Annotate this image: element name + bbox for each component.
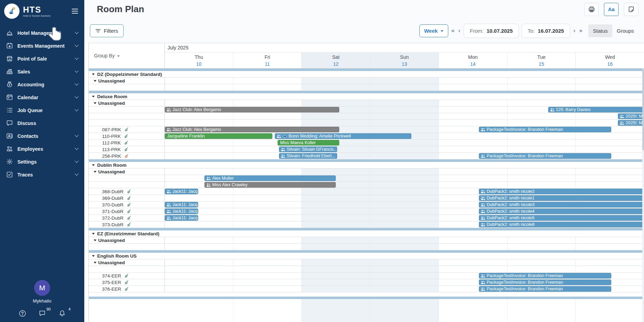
booking-bar[interactable]: Jazz Club: Alex Bergamo <box>165 127 339 132</box>
booking-bar[interactable]: Bonn Wedding: Amelie Prickwell <box>275 133 411 139</box>
booking-bar[interactable]: Miss Alex Crawley <box>204 182 336 188</box>
booking-bar[interactable]: DubPack2: smith nicole5 <box>479 215 644 221</box>
collapse-arrow-icon <box>92 73 95 75</box>
booking-bar[interactable]: 2025!: Mis <box>618 120 644 126</box>
filters-button[interactable]: Filters <box>90 24 124 37</box>
notifications-bell-icon[interactable]: 4 <box>59 310 66 319</box>
font-size-button[interactable]: Aa <box>604 3 619 16</box>
room-label[interactable]: 370-DubR <box>89 202 165 208</box>
booking-bar[interactable]: DubPack2: smith nicole3 <box>479 202 644 207</box>
room-label[interactable]: 369-DubR <box>89 195 165 201</box>
room-label[interactable]: 112-PRK <box>89 140 165 146</box>
booking-bar[interactable]: Jack11: Jacq <box>165 209 198 214</box>
prev-fast-button[interactable]: « <box>451 27 455 34</box>
booking-bar[interactable]: PackageTestInvoice: Brandon Freeman <box>479 153 611 159</box>
booking-bar[interactable]: Jack11: Jacq <box>165 202 198 207</box>
group-row[interactable]: Deluxe Room <box>89 93 644 100</box>
next-fast-button[interactable]: » <box>579 27 583 34</box>
sidebar-item-accounting[interactable]: $Accounting <box>0 78 84 91</box>
booking-bar[interactable]: Jack11: Jacq <box>165 189 198 194</box>
subgroup-label[interactable]: Unassigned <box>89 237 165 243</box>
subgroup-label[interactable]: Unassigned <box>89 259 165 266</box>
booking-bar[interactable]: Silvain: Friedhold Eberl... <box>279 153 337 159</box>
avatar[interactable]: M <box>34 280 50 296</box>
room-label[interactable]: 368-DubR <box>89 188 165 195</box>
to-date-field[interactable]: To: 16.07.2025 <box>521 24 570 38</box>
sidebar-item-job-queue[interactable]: Job Queue <box>0 104 84 117</box>
sidebar-item-events-management[interactable]: Events Management <box>0 39 84 52</box>
booking-bar[interactable]: PackageTestInvoice: Brandon Freeman <box>479 127 611 132</box>
from-date-field[interactable]: From: 10.07.2025 <box>464 24 519 38</box>
booking-bar[interactable]: Jazz Club: Alex Bergamo <box>165 107 339 112</box>
room-label[interactable]: 087-PRK <box>89 126 165 133</box>
room-label[interactable]: 371-DubR <box>89 208 165 214</box>
day-header-cell: Fri11 <box>233 53 302 68</box>
prev-button[interactable]: ‹ <box>458 27 461 34</box>
booking-bar[interactable]: DubPack2: smith nicole2 <box>479 189 644 194</box>
room-name: 256-PRK <box>89 154 121 159</box>
room-label[interactable]: 113-PRK <box>89 146 165 152</box>
subgroup-label[interactable]: Unassigned <box>89 78 165 84</box>
group-by-dropdown[interactable]: Group By <box>89 43 165 68</box>
booking-bar[interactable]: PackageTestInvoice: Brandon Freeman <box>479 286 611 292</box>
room-label[interactable]: 373-DubR <box>89 221 165 228</box>
booking-bar[interactable]: DubPack2: smith nicole6 <box>479 222 644 227</box>
subgroup-label[interactable]: Unassigned <box>89 100 165 106</box>
booking-bar[interactable]: Silvain: Silvain GFrancis... <box>279 147 337 152</box>
grid-header: Group By July 2025 Thu10Fri11Sat12Sun13M… <box>88 43 644 69</box>
booking-bar[interactable]: DubPack2: smith nicole1 <box>479 195 644 201</box>
booking-bar[interactable]: Jack11: Jacq <box>165 215 198 221</box>
group-row[interactable]: EZ (Einzelzimmer Standard) <box>89 230 644 237</box>
group-separator <box>89 228 644 230</box>
room-label[interactable]: 372-DubR <box>89 215 165 221</box>
sidebar-item-discuss[interactable]: Discuss <box>0 117 84 129</box>
print-button[interactable] <box>584 3 599 16</box>
vertical-scrollbar[interactable] <box>642 69 644 322</box>
sidebar-item-settings[interactable]: Settings <box>0 155 84 168</box>
hamburger-menu-icon[interactable] <box>71 7 79 16</box>
group-name: EZ (Einzelzimmer Standard) <box>97 231 160 236</box>
hts-logo[interactable] <box>4 3 20 19</box>
messages-icon[interactable]: 90 <box>39 310 46 319</box>
booking-bar[interactable]: Jacqueline Franklin <box>165 133 272 139</box>
sidebar-item-calendar[interactable]: Calendar <box>0 91 84 104</box>
subgroup-row: Unassigned <box>89 78 644 84</box>
room-label[interactable]: 376-EER <box>89 286 165 292</box>
lane-row <box>89 266 644 273</box>
notes-button[interactable] <box>624 3 638 16</box>
row-timeline: Jack11: JacqDubPack2: smith nicole4 <box>165 208 644 214</box>
next-button[interactable]: › <box>573 27 576 34</box>
range-scale-button[interactable]: Week <box>419 24 448 37</box>
room-name: 370-DubR <box>89 202 124 207</box>
sidebar-item-sales[interactable]: Sales <box>0 65 84 78</box>
booking-bar[interactable]: 2025!: Mis <box>618 113 644 119</box>
booking-bar[interactable]: PackageTestInvoice: Brandon Freeman <box>479 273 611 278</box>
sidebar-item-point-of-sale[interactable]: Point of Sale <box>0 52 84 65</box>
booking-bar[interactable]: Alex Muller <box>204 175 336 181</box>
room-label[interactable]: 374-EER <box>89 273 165 279</box>
scrollbar-thumb[interactable] <box>642 69 644 150</box>
sidebar-item-contacts[interactable]: Contacts <box>0 129 84 142</box>
group-row[interactable]: DZ (Doppelzimmer Standard) <box>89 71 644 78</box>
help-icon[interactable] <box>19 310 26 319</box>
booking-bar[interactable]: 125: Barry Davies <box>548 107 644 112</box>
row-timeline: Jack11: JacqDubPack2: smith nicole3 <box>165 202 644 208</box>
room-label[interactable]: 375-EER <box>89 279 165 285</box>
groups-toggle-button[interactable]: Groups <box>612 24 638 37</box>
sidebar-item-hotel-management[interactable]: Hotel Management <box>0 26 84 39</box>
guest-icon <box>481 287 485 291</box>
booking-bar[interactable]: Miss Maeva Koller <box>278 140 339 146</box>
subgroup-label[interactable]: Unassigned <box>89 168 165 175</box>
booking-bar[interactable]: DubPack2: smith nicole4 <box>479 209 644 214</box>
booking-bar[interactable]: PackageTestInvoice: Brandon Freeman <box>479 280 611 285</box>
room-label[interactable]: 256-PRK <box>89 153 165 159</box>
room-label[interactable]: 110-PRK <box>89 133 165 139</box>
group-row[interactable]: Dublin Room <box>89 162 644 168</box>
room-name: 368-DubR <box>89 189 124 194</box>
guest-icon <box>277 134 281 138</box>
sidebar-item-traces[interactable]: Traces <box>0 168 84 181</box>
bottom-gap <box>89 292 644 297</box>
status-toggle-button[interactable]: Status <box>588 24 612 37</box>
sidebar-item-employees[interactable]: Employees <box>0 142 84 155</box>
group-row[interactable]: English Room US <box>89 253 644 259</box>
